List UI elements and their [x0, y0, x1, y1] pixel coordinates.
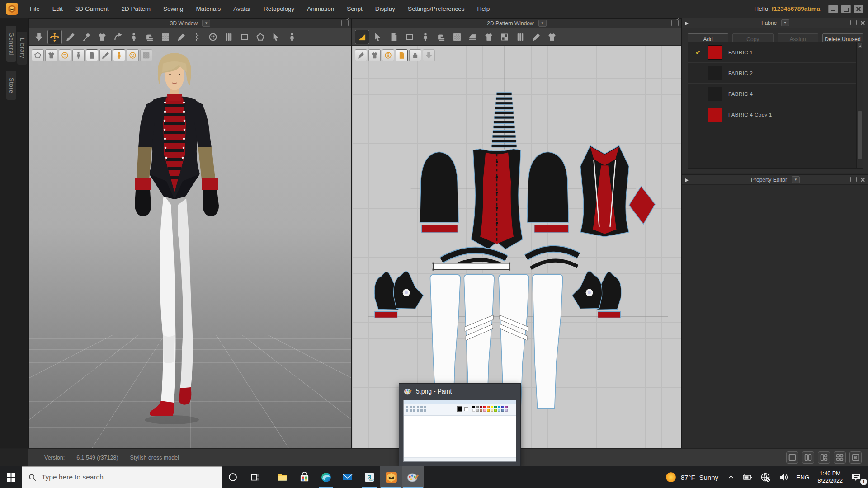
fabric-list-item[interactable]: FABRIC 4 Copy 1	[688, 104, 863, 125]
menu-settings-preferences[interactable]: Settings/Preferences	[401, 0, 471, 18]
avatar-editor-tool[interactable]	[127, 30, 141, 44]
menu-edit[interactable]: Edit	[46, 0, 69, 18]
fabric-dropdown-icon[interactable]: ▾	[781, 19, 789, 26]
show-garment-toggle[interactable]	[45, 49, 57, 61]
internal-polygon-tool[interactable]	[450, 30, 464, 44]
battery-icon[interactable]	[738, 466, 756, 488]
microsoft-store-button[interactable]	[293, 466, 315, 488]
tray-overflow-button[interactable]	[724, 466, 738, 488]
free-sewing-tool[interactable]	[158, 30, 173, 44]
layout-one-two-button[interactable]	[818, 451, 830, 464]
action-center-button[interactable]: 1	[847, 466, 868, 488]
show-grid-toggle[interactable]	[140, 49, 152, 61]
marvelous-designer-button[interactable]	[380, 466, 402, 488]
menu-file[interactable]: File	[24, 0, 46, 18]
3d-window-popout-icon[interactable]	[341, 20, 349, 26]
create-rectangle-tool[interactable]	[402, 30, 417, 44]
fabric-popout-icon[interactable]	[850, 20, 857, 25]
fold-arrangement-tool[interactable]	[95, 30, 109, 44]
fabric-list-item[interactable]: FABRIC 2	[688, 63, 863, 84]
volume-icon[interactable]	[774, 466, 793, 488]
property-close-icon[interactable]	[860, 177, 866, 183]
show-silhouette-toggle[interactable]	[368, 49, 381, 61]
menu-avatar[interactable]: Avatar	[227, 0, 257, 18]
taskbar-search[interactable]	[22, 466, 222, 488]
convert-garment-tool[interactable]	[545, 30, 559, 44]
sewing-modify-tool[interactable]	[174, 30, 189, 44]
fabric-swatch[interactable]	[708, 66, 722, 80]
fabric-swatch[interactable]	[708, 87, 722, 101]
2d-window-dropdown-icon[interactable]: ▾	[538, 20, 547, 27]
fabric-list-item[interactable]: ✔ FABRIC 1	[688, 42, 863, 63]
trace-tool[interactable]	[529, 30, 543, 44]
show-pattern-fill-toggle[interactable]	[396, 49, 408, 61]
lock-pattern-toggle[interactable]	[409, 49, 421, 61]
property-dropdown-icon[interactable]: ▾	[792, 176, 800, 183]
menu-script[interactable]: Script	[340, 0, 369, 18]
edge-browser-button[interactable]	[315, 466, 337, 488]
property-popout-icon[interactable]	[850, 177, 857, 182]
menu-animation[interactable]: Animation	[301, 0, 340, 18]
create-polygon-tool[interactable]	[387, 30, 401, 44]
language-indicator[interactable]: ENG	[793, 466, 813, 488]
sidebar-tab-general[interactable]: General	[6, 26, 16, 62]
menu-3d-garment[interactable]: 3D Garment	[69, 0, 115, 18]
show-dart-toggle[interactable]	[99, 49, 112, 61]
3d-viewport[interactable]	[29, 46, 351, 448]
cortana-button[interactable]	[222, 466, 244, 488]
segment-sewing-tool[interactable]	[142, 30, 157, 44]
simulate-tool[interactable]	[32, 30, 46, 44]
sidebar-tab-store[interactable]: Store	[6, 71, 16, 100]
paint-taskbar-button[interactable]	[402, 466, 424, 488]
close-icon[interactable]	[854, 5, 863, 13]
property-collapse-icon[interactable]	[684, 177, 690, 183]
pleats-tool[interactable]	[513, 30, 528, 44]
show-garment-tool[interactable]	[481, 30, 496, 44]
edit-texture-tool[interactable]	[497, 30, 512, 44]
taskbar-clock[interactable]: 1:40 PM 8/22/2022	[813, 466, 847, 488]
transform-pattern-tool[interactable]	[355, 30, 369, 44]
app-logo-icon[interactable]	[6, 3, 18, 15]
fabric-close-icon[interactable]	[860, 20, 866, 26]
fabric-list-item[interactable]: FABRIC 4	[688, 84, 863, 104]
select-move-tool[interactable]	[47, 30, 62, 44]
arrangement-points-tool[interactable]	[111, 30, 125, 44]
paint-thumbnail[interactable]	[403, 400, 516, 462]
show-pins-toggle[interactable]	[59, 49, 71, 61]
zipper-tool[interactable]	[222, 30, 236, 44]
layout-reset-button[interactable]	[849, 451, 862, 464]
pin-tool[interactable]	[79, 30, 94, 44]
tack-tool[interactable]	[190, 30, 204, 44]
edit-pattern-tool[interactable]	[371, 30, 385, 44]
3dsmax-button[interactable]: 3MAX	[359, 466, 380, 488]
file-explorer-button[interactable]	[272, 466, 293, 488]
measure-tool[interactable]	[269, 30, 283, 44]
show-avatar-skin-toggle[interactable]	[113, 49, 125, 61]
weather-widget[interactable]: 87°F Sunny	[660, 466, 724, 488]
menu-2d-pattern[interactable]: 2D Pattern	[115, 0, 157, 18]
menu-sewing[interactable]: Sewing	[157, 0, 189, 18]
3d-window-dropdown-icon[interactable]: ▾	[202, 20, 210, 27]
layout-single-button[interactable]	[786, 451, 798, 464]
layout-quad-button[interactable]	[834, 451, 846, 464]
segment-sewing-2d-tool[interactable]	[434, 30, 448, 44]
show-pattern-toggle[interactable]	[86, 49, 98, 61]
fabric-collapse-icon[interactable]	[684, 20, 690, 26]
fabric-swatch[interactable]	[708, 45, 722, 60]
steam-iron-tool[interactable]	[466, 30, 480, 44]
2d-window-popout-icon[interactable]	[671, 20, 679, 26]
menu-retopology[interactable]: Retopology	[257, 0, 301, 18]
show-stroke-toggle[interactable]	[355, 49, 367, 61]
task-view-button[interactable]	[244, 466, 265, 488]
clone-pattern-tool[interactable]	[418, 30, 433, 44]
fabric-scrollbar[interactable]	[856, 42, 863, 168]
menu-materials[interactable]: Materials	[189, 0, 227, 18]
walk-avatar-tool[interactable]	[285, 30, 299, 44]
search-input[interactable]	[42, 473, 195, 481]
button-tool[interactable]	[206, 30, 220, 44]
paint-mesh-tool[interactable]	[63, 30, 78, 44]
layout-two-pane-button[interactable]	[802, 451, 814, 464]
sidebar-tab-library[interactable]: Library	[17, 32, 27, 65]
network-globe-icon[interactable]	[756, 466, 774, 488]
show-info-toggle[interactable]	[382, 49, 394, 61]
